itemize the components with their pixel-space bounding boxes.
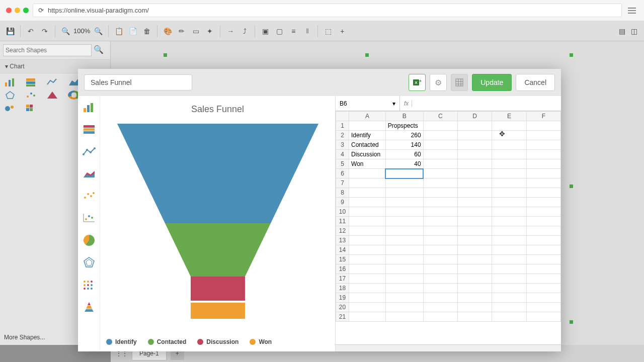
layout2-icon[interactable]: ◫ [628,25,640,37]
cell-D14[interactable] [457,245,492,255]
cell-F20[interactable] [526,303,560,312]
cell-C19[interactable] [423,293,457,303]
line-chart-icon[interactable] [46,77,58,86]
cell-E3[interactable] [492,140,526,150]
cell-B9[interactable] [385,198,423,207]
cell-D21[interactable] [457,312,492,322]
cell-B8[interactable] [385,188,423,198]
cell-A16[interactable] [349,264,386,274]
connector-icon[interactable]: ⤴ [238,25,251,37]
cell-A9[interactable] [349,198,386,207]
cell-A13[interactable] [349,236,386,245]
zoom-in-icon[interactable]: 🔍 [92,25,104,37]
cell-F19[interactable] [526,293,560,303]
cell-E19[interactable] [492,293,526,303]
cell-A2[interactable]: Identify [349,131,386,140]
cancel-button[interactable]: Cancel [516,74,555,91]
cell-E7[interactable] [492,178,526,188]
cell-A18[interactable] [349,284,386,293]
ct-dot-matrix-icon[interactable] [81,277,97,292]
cell-C18[interactable] [423,284,457,293]
cell-E1[interactable] [492,121,526,131]
cell-C13[interactable] [423,236,457,245]
cell-A12[interactable] [349,226,386,236]
cell-F21[interactable] [526,312,560,322]
address-bar[interactable]: ⟳ https://online.visual-paradigm.com/ [33,4,622,17]
cell-F2[interactable] [526,131,560,140]
cell-F10[interactable] [526,207,560,217]
ct-area-icon[interactable] [81,166,97,182]
cell-D5[interactable] [457,159,492,169]
cell-C16[interactable] [423,264,457,274]
update-button[interactable]: Update [472,74,512,91]
cell-D2[interactable] [457,131,492,140]
cell-C8[interactable] [423,188,457,198]
spreadsheet-grid[interactable]: ABCDEF1Propspects2Identify2603Contacted1… [336,111,561,344]
add-icon[interactable]: + [336,25,348,37]
settings-icon[interactable]: ⚙ [430,74,447,91]
cell-E18[interactable] [492,284,526,293]
bar-chart-icon[interactable] [4,77,16,86]
ct-bar-icon[interactable] [81,100,97,115]
cell-B5[interactable]: 40 [385,159,423,169]
cell-F4[interactable] [526,150,560,159]
cell-A15[interactable] [349,255,386,264]
cell-C6[interactable] [423,169,457,178]
search-icon[interactable]: 🔍 [94,45,104,54]
ct-stacked-icon[interactable] [81,122,97,137]
layout1-icon[interactable]: ▤ [616,25,628,37]
ct-radar-icon[interactable] [81,255,97,270]
cell-A10[interactable] [349,207,386,217]
cell-F13[interactable] [526,236,560,245]
stroke-icon[interactable]: ✏ [176,25,188,37]
cell-E11[interactable] [492,217,526,226]
cell-D7[interactable] [457,178,492,188]
bubble-icon[interactable] [4,104,16,113]
cell-B21[interactable] [385,312,423,322]
cell-D15[interactable] [457,255,492,264]
dropdown-icon[interactable]: ▾ [392,100,395,107]
cell-C5[interactable] [423,159,457,169]
align-icon[interactable]: ≡ [287,25,299,37]
cell-C20[interactable] [423,303,457,312]
heatmap-icon[interactable] [25,104,37,113]
cell-F11[interactable] [526,217,560,226]
cell-F15[interactable] [526,255,560,264]
cell-C17[interactable] [423,274,457,284]
cell-E14[interactable] [492,245,526,255]
cell-F6[interactable] [526,169,560,178]
cell-F17[interactable] [526,274,560,284]
front-icon[interactable]: ▣ [259,25,271,37]
cell-F7[interactable] [526,178,560,188]
cell-A11[interactable] [349,217,386,226]
cell-B20[interactable] [385,303,423,312]
cell-C3[interactable] [423,140,457,150]
cell-C14[interactable] [423,245,457,255]
delete-icon[interactable]: 🗑 [141,25,153,37]
cell-F5[interactable] [526,159,560,169]
cell-E4[interactable] [492,150,526,159]
cell-C9[interactable] [423,198,457,207]
cell-E8[interactable] [492,188,526,198]
reload-icon[interactable]: ⟳ [38,7,44,14]
cell-D19[interactable] [457,293,492,303]
cell-D17[interactable] [457,274,492,284]
cell-C7[interactable] [423,178,457,188]
cell-B19[interactable] [385,293,423,303]
pyramid-icon[interactable] [46,90,58,100]
chart-title-input[interactable] [84,74,192,90]
cell-F14[interactable] [526,245,560,255]
cell-B11[interactable] [385,217,423,226]
cell-A5[interactable]: Won [349,159,386,169]
formula-input[interactable]: fx [400,96,561,111]
cell-B10[interactable] [385,207,423,217]
save-icon[interactable]: 💾 [4,25,16,37]
cell-A17[interactable] [349,274,386,284]
cell-A19[interactable] [349,293,386,303]
excel-export-icon[interactable]: X [409,74,426,91]
cell-B15[interactable] [385,255,423,264]
cell-D1[interactable] [457,121,492,131]
cell-C12[interactable] [423,226,457,236]
back-icon[interactable]: ▢ [273,25,285,37]
cell-F9[interactable] [526,198,560,207]
